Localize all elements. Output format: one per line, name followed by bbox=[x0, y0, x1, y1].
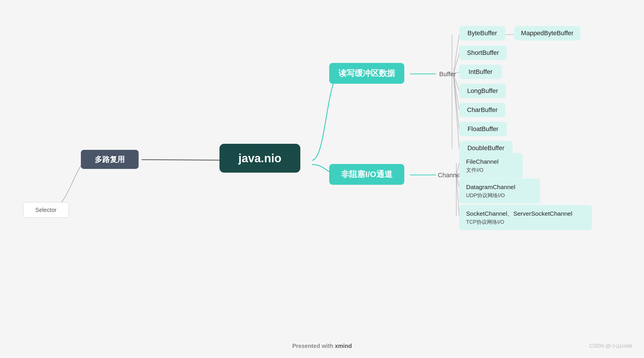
node-socketchannel: SocketChannel、ServerSocketChannel TCP协议网… bbox=[459, 205, 592, 230]
node-datagramchannel: DatagramChannel UDP协议网络I/O bbox=[459, 178, 540, 204]
node-filechannel: FileChannel 文件I/O bbox=[459, 153, 523, 178]
mindmap-canvas: java.nio 读写缓冲区数据 非阻塞I/O通道 多路复用 Selector … bbox=[0, 0, 644, 358]
node-selector: Selector bbox=[23, 202, 69, 218]
node-bytebuffer: ByteBuffer bbox=[459, 26, 505, 40]
central-label: java.nio bbox=[239, 152, 282, 165]
branch-nonblocking-label: 非阻塞I/O通道 bbox=[341, 169, 392, 180]
node-shortbuffer: ShortBuffer bbox=[459, 46, 507, 60]
node-floatbuffer: FloatBuffer bbox=[459, 122, 507, 136]
svg-line-6 bbox=[453, 74, 459, 149]
branch-multiplex-label: 多路复用 bbox=[95, 154, 125, 165]
buffer-label: Buffer bbox=[436, 70, 459, 79]
branch-readwrite: 读写缓冲区数据 bbox=[329, 63, 404, 84]
footer: Presented with xmind bbox=[292, 343, 352, 349]
node-charbuffer: CharBuffer bbox=[459, 103, 505, 117]
svg-line-5 bbox=[453, 74, 459, 129]
watermark: CSDN @小山code bbox=[589, 342, 632, 349]
selector-label: Selector bbox=[35, 207, 56, 213]
branch-multiplex: 多路复用 bbox=[81, 150, 139, 169]
svg-line-10 bbox=[456, 175, 459, 216]
connections-svg bbox=[0, 0, 644, 358]
svg-line-0 bbox=[453, 35, 459, 74]
central-node: java.nio bbox=[219, 144, 300, 173]
branch-nonblocking: 非阻塞I/O通道 bbox=[329, 164, 404, 185]
branch-readwrite-label: 读写缓冲区数据 bbox=[338, 68, 395, 79]
node-intbuffer: IntBuffer bbox=[459, 65, 502, 79]
node-mappedbytebuffer: MappedByteBuffer bbox=[514, 26, 580, 40]
node-longbuffer: LongBuffer bbox=[459, 84, 506, 98]
channel-label: Channel bbox=[437, 171, 463, 180]
svg-line-4 bbox=[453, 74, 459, 110]
